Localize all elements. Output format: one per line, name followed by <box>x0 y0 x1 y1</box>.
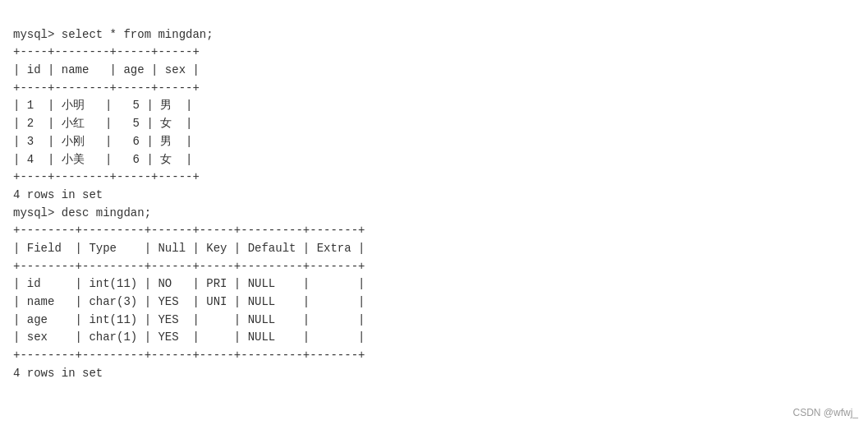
terminal-line: +----+--------+-----+-----+ <box>13 169 855 187</box>
terminal-line: | name | char(3) | YES | UNI | NULL | | <box>13 293 855 312</box>
terminal-output: mysql> select * from mingdan;+----+-----… <box>13 8 855 382</box>
terminal-line: 4 rows in set <box>13 365 855 383</box>
terminal-line: +--------+---------+------+-----+-------… <box>13 258 855 276</box>
terminal-line: | Field | Type | Null | Key | Default | … <box>13 240 855 258</box>
terminal-line: +----+--------+-----+-----+ <box>13 80 855 98</box>
terminal-line: | 3 | 小刚 | 6 | 男 | <box>13 133 855 151</box>
terminal-line: +----+--------+-----+-----+ <box>13 44 855 62</box>
terminal-line: | sex | char(1) | YES | | NULL | | <box>13 329 855 347</box>
terminal-line: | 4 | 小美 | 6 | 女 | <box>13 151 855 169</box>
terminal-line: | 1 | 小明 | 5 | 男 | <box>13 97 855 115</box>
terminal-line: | 2 | 小红 | 5 | 女 | <box>13 115 855 133</box>
terminal-line: | age | int(11) | YES | | NULL | | <box>13 312 855 330</box>
terminal-line: mysql> desc mingdan; <box>13 205 855 223</box>
watermark: CSDN @wfwj_ <box>792 407 858 418</box>
terminal-line: +--------+---------+------+-----+-------… <box>13 222 855 240</box>
terminal-line: | id | name | age | sex | <box>13 62 855 80</box>
terminal-line: mysql> select * from mingdan; <box>13 26 855 44</box>
terminal-line: +--------+---------+------+-----+-------… <box>13 347 855 365</box>
terminal-line: | id | int(11) | NO | PRI | NULL | | <box>13 275 855 293</box>
terminal-line: 4 rows in set <box>13 187 855 205</box>
